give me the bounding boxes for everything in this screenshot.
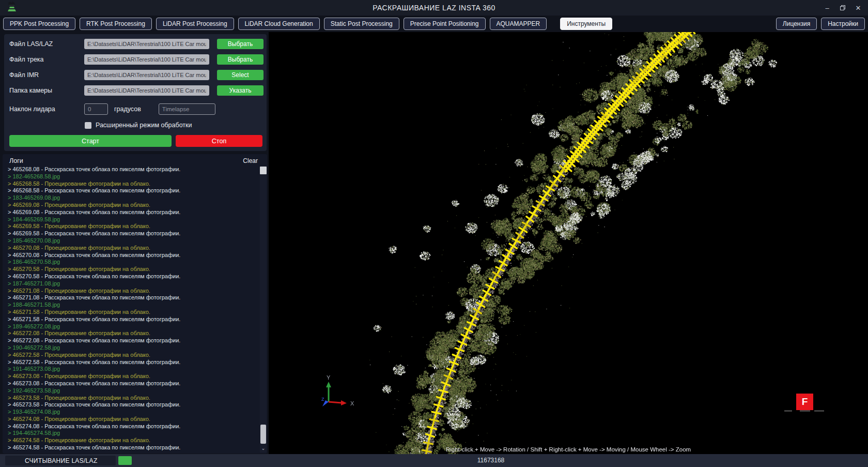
tab-1[interactable]: PPK Post Processing: [3, 18, 75, 30]
logs-panel: Логи Clear > 465268.08 - Расскраска точе…: [3, 154, 267, 454]
progress-indicator: [118, 456, 132, 465]
log-entry: > 183-465269.08.jpg: [8, 194, 267, 202]
log-entry: > 465269.08 - Расскраска точек облака по…: [8, 209, 267, 216]
form-row-1: Файл LAS/LAZВыбрать: [9, 39, 264, 49]
log-entry: > 465270.08 - Расскраска точек облака по…: [8, 252, 267, 259]
tab-4[interactable]: LiDAR Cloud Generation: [238, 18, 320, 30]
point-cloud-viewer[interactable]: Y X Z F Right-click + Move -> Rotation /…: [269, 32, 868, 454]
viewer-help-text: Right-click + Move -> Rotation / Shift +…: [269, 446, 868, 453]
log-entry: > 465273.08 - Расскраска точек облака по…: [8, 380, 267, 387]
status-text: СЧИТЫВАНИЕ LAS/LAZ: [25, 457, 98, 464]
form-label: Папка камеры: [9, 87, 84, 94]
browse-button[interactable]: Указать: [217, 85, 264, 96]
log-entry: > 465274.08 - Расскраска точек облака по…: [8, 423, 267, 430]
advanced-mode-row: Расширенный режим обработки: [85, 122, 264, 129]
log-entry: > 465272.08 - Проецирование фотографии н…: [8, 330, 267, 337]
scrollbar-thumb[interactable]: [260, 425, 266, 444]
log-entry: > 465271.58 - Проецирование фотографии н…: [8, 309, 267, 316]
lidar-tilt-row: Наклон лидара градусов: [9, 104, 264, 114]
log-entry: > 465268.58 - Расскраска точек облака по…: [8, 187, 267, 194]
log-entry: > 187-465271.08.jpg: [8, 280, 267, 288]
status-inset: СЧИТЫВАНИЕ LAS/LAZ: [5, 456, 116, 465]
path-input[interactable]: [84, 39, 209, 49]
log-entry: > 465271.08 - Проецирование фотографии н…: [8, 288, 267, 295]
form-label: Файл LAS/LAZ: [9, 40, 84, 48]
log-entry: > 465272.58 - Расскраска точек облака по…: [8, 359, 267, 366]
log-entry: > 465271.58 - Расскраска точек облака по…: [8, 316, 267, 323]
log-entry: > 465272.58 - Проецирование фотографии н…: [8, 352, 267, 359]
log-entry: > 465273.08 - Проецирование фотографии н…: [8, 373, 267, 380]
top-right-button-2[interactable]: Настройки: [821, 18, 865, 30]
start-button[interactable]: Старт: [9, 135, 172, 147]
log-entry: > 465273.58 - Расскраска точек облака по…: [8, 401, 267, 409]
marker-dash: [800, 410, 810, 412]
log-entry: > 185-465270.08.jpg: [8, 237, 267, 245]
marker-dash: [784, 410, 792, 412]
form-label: Файл IMR: [9, 71, 84, 79]
log-entry: > 465271.08 - Расскраска точек облака по…: [8, 294, 267, 302]
axis-y-label: Y: [327, 374, 331, 381]
tab-7[interactable]: AQUAMAPPER: [490, 18, 547, 30]
log-entry: > 465269.58 - Проецирование фотографии н…: [8, 223, 267, 230]
tab-8[interactable]: Инструменты: [560, 18, 612, 30]
axis-gizmo-icon: Y X Z: [318, 374, 360, 411]
scroll-down-icon[interactable]: ⌄: [260, 445, 267, 453]
restore-icon: [840, 5, 845, 10]
tab-3[interactable]: LiDAR Post Processing: [156, 18, 234, 30]
log-list: > 465268.08 - Расскраска точек облака по…: [3, 166, 267, 454]
timelapse-input[interactable]: [159, 103, 215, 115]
path-input[interactable]: [84, 70, 209, 80]
log-entry: > 465270.58 - Проецирование фотографии н…: [8, 266, 267, 273]
tab-5[interactable]: Static Post Processing: [324, 18, 399, 30]
log-entry: > 465270.58 - Расскраска точек облака по…: [8, 273, 267, 280]
log-entry: > 184-465269.58.jpg: [8, 216, 267, 223]
logs-title: Логи: [9, 157, 23, 164]
lidar-tilt-input[interactable]: [84, 103, 108, 115]
minimize-button[interactable]: –: [819, 0, 835, 16]
marker-dash: [814, 410, 824, 412]
window-title: РАСКРАШИВАНИЕ LAZ INSTA 360: [0, 4, 868, 12]
log-entry: > 465269.08 - Проецирование фотографии н…: [8, 202, 267, 209]
restore-button[interactable]: [835, 0, 850, 16]
log-entry: > 465274.08 - Проецирование фотографии н…: [8, 416, 267, 423]
form-row-3: Файл IMRSelect: [9, 70, 264, 80]
log-entry: > 465268.08 - Расскраска точек облака по…: [8, 166, 267, 173]
browse-button[interactable]: Выбрать: [217, 39, 264, 49]
advanced-mode-checkbox[interactable]: [85, 122, 91, 129]
form-row-2: Файл трекаВыбрать: [9, 54, 264, 65]
top-right-button-1[interactable]: Лицензия: [776, 18, 817, 30]
log-entry: > 188-465271.58.jpg: [8, 302, 267, 309]
log-entry: > 194-465274.58.jpg: [8, 430, 267, 437]
close-button[interactable]: ✕: [850, 0, 866, 16]
log-entry: > 193-465274.08.jpg: [8, 409, 267, 416]
log-entry: > 465268.58 - Проецирование фотографии н…: [8, 180, 267, 188]
form-row-4: Папка камерыУказать: [9, 85, 264, 96]
f-key-marker: F: [796, 394, 813, 410]
browse-button[interactable]: Select: [217, 70, 264, 80]
scroll-up-button[interactable]: [260, 167, 267, 174]
log-entry: > 465269.58 - Расскраска точек облака по…: [8, 230, 267, 237]
path-input[interactable]: [84, 85, 209, 96]
tab-2[interactable]: RTK Post Processing: [80, 18, 152, 30]
log-entry: > 189-465272.08.jpg: [8, 323, 267, 330]
stop-button[interactable]: Стоп: [176, 135, 262, 147]
status-bar: СЧИТЫВАНИЕ LAS/LAZ 11673168: [0, 454, 868, 467]
logs-scrollbar[interactable]: ⌄: [260, 167, 267, 453]
path-input[interactable]: [84, 54, 209, 65]
title-bar: РАСКРАШИВАНИЕ LAZ INSTA 360 – ✕: [0, 0, 868, 16]
log-entry: > 465273.58 - Проецирование фотографии н…: [8, 395, 267, 402]
log-entry: > 190-465272.58.jpg: [8, 344, 267, 352]
browse-button[interactable]: Выбрать: [217, 54, 264, 65]
tab-6[interactable]: Precise Point Positioning: [404, 18, 486, 30]
log-entry: > 465274.58 - Расскраска точек облака по…: [8, 444, 267, 451]
lidar-tilt-label: Наклон лидара: [9, 106, 84, 113]
form-label: Файл трека: [9, 56, 84, 63]
log-entry: > 465272.08 - Расскраска точек облака по…: [8, 337, 267, 344]
tab-bar: PPK Post ProcessingRTK Post ProcessingLi…: [0, 16, 868, 32]
log-entry: > 191-465273.08.jpg: [8, 366, 267, 373]
log-entry: > 465274.58 - Проецирование фотографии н…: [8, 437, 267, 444]
log-entry: > 182-465268.58.jpg: [8, 173, 267, 180]
log-entry: > 186-465270.58.jpg: [8, 259, 267, 266]
clear-logs-button[interactable]: Clear: [243, 157, 258, 164]
axis-x-label: X: [350, 400, 354, 406]
